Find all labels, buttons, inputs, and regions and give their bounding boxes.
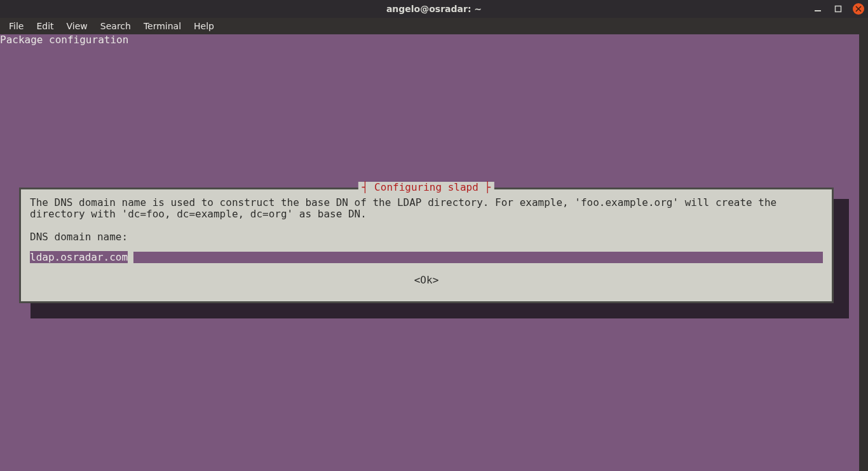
text-cursor — [128, 252, 133, 263]
svg-rect-1 — [836, 6, 841, 12]
dialog-title: ┤ Configuring slapd ├ — [358, 182, 494, 193]
window-controls — [812, 0, 864, 18]
menu-terminal[interactable]: Terminal — [139, 20, 186, 32]
menu-search[interactable]: Search — [95, 20, 136, 32]
minimize-button[interactable] — [812, 3, 824, 15]
ok-button[interactable]: <Ok> — [21, 275, 832, 286]
menu-help[interactable]: Help — [189, 20, 219, 32]
svg-rect-0 — [815, 10, 821, 11]
terminal-viewport[interactable]: Package configuration ┤ Configuring slap… — [0, 34, 868, 471]
window-titlebar: angelo@osradar: ~ — [0, 0, 868, 18]
menu-edit[interactable]: Edit — [31, 20, 58, 32]
menu-view[interactable]: View — [62, 20, 93, 32]
dialog-description: The DNS domain name is used to construct… — [30, 197, 823, 220]
menubar: File Edit View Search Terminal Help — [0, 18, 868, 34]
close-button[interactable] — [853, 3, 864, 15]
dialog-title-text: Configuring slapd — [374, 181, 478, 193]
config-dialog: ┤ Configuring slapd ├ The DNS domain nam… — [19, 188, 834, 303]
dns-domain-input-value: ldap.osradar.com — [30, 251, 128, 263]
terminal-scrollbar[interactable] — [859, 34, 868, 471]
menu-file[interactable]: File — [4, 20, 29, 32]
dns-domain-input[interactable]: ldap.osradar.com — [30, 252, 823, 263]
dialog-prompt: DNS domain name: — [30, 231, 128, 243]
maximize-button[interactable] — [832, 3, 844, 15]
window-title: angelo@osradar: ~ — [0, 4, 868, 14]
dialog-wrap: ┤ Configuring slapd ├ The DNS domain nam… — [19, 188, 837, 307]
package-config-header: Package configuration — [0, 34, 128, 46]
